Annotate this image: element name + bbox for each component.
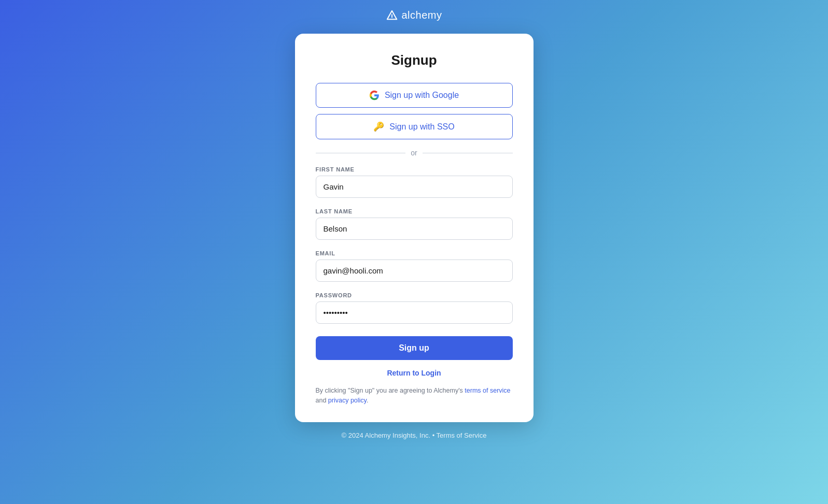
first-name-input[interactable] <box>316 176 513 198</box>
password-label: PASSWORD <box>316 292 513 298</box>
last-name-field-group: LAST NAME <box>316 208 513 248</box>
sso-signup-button[interactable]: 🔑 Sign up with SSO <box>316 114 513 139</box>
google-button-label: Sign up with Google <box>385 91 459 100</box>
alchemy-logo-icon <box>386 10 398 21</box>
google-signup-button[interactable]: Sign up with Google <box>316 83 513 108</box>
email-input[interactable] <box>316 260 513 282</box>
footer: © 2024 Alchemy Insights, Inc. • Terms of… <box>342 431 487 439</box>
divider-text: or <box>411 149 417 157</box>
signup-button-label: Sign up <box>399 343 429 352</box>
terms-text: By clicking "Sign up" you are agreeing t… <box>316 386 513 406</box>
divider-line-left <box>316 153 406 153</box>
copyright-text: © 2024 Alchemy Insights, Inc. • Terms of… <box>342 431 487 439</box>
return-login-container: Return to Login <box>316 368 513 378</box>
return-login-link[interactable]: Return to Login <box>387 369 441 377</box>
terms-middle: and <box>316 397 328 404</box>
signup-button[interactable]: Sign up <box>316 336 513 360</box>
privacy-policy-link[interactable]: privacy policy <box>328 397 367 404</box>
signup-card: Signup Sign up with Google 🔑 Sign up wit… <box>295 34 534 422</box>
first-name-field-group: FIRST NAME <box>316 166 513 206</box>
email-field-group: EMAIL <box>316 250 513 290</box>
password-input[interactable] <box>316 301 513 324</box>
terms-suffix: . <box>367 397 368 404</box>
terms-prefix: By clicking "Sign up" you are agreeing t… <box>316 387 465 394</box>
page-title: Signup <box>316 52 513 68</box>
first-name-label: FIRST NAME <box>316 166 513 172</box>
password-field-group: PASSWORD <box>316 292 513 332</box>
email-label: EMAIL <box>316 250 513 256</box>
terms-of-service-link[interactable]: terms of service <box>465 387 510 394</box>
sso-button-label: Sign up with SSO <box>389 122 454 132</box>
divider: or <box>316 149 513 157</box>
divider-line-right <box>423 153 513 153</box>
key-icon: 🔑 <box>373 121 384 132</box>
top-bar: alchemy <box>0 0 828 28</box>
last-name-label: LAST NAME <box>316 208 513 214</box>
last-name-input[interactable] <box>316 218 513 240</box>
brand-name: alchemy <box>402 9 442 21</box>
google-icon <box>369 90 380 100</box>
